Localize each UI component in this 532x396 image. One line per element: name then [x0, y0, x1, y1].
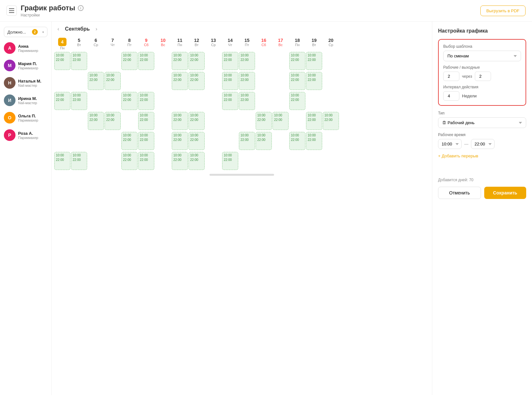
schedule-cell[interactable]: 10:0022:00: [239, 132, 255, 151]
schedule-cell[interactable]: 10:0022:00: [306, 132, 322, 151]
work-block[interactable]: 10:0022:00: [105, 112, 121, 130]
work-block[interactable]: 10:0022:00: [189, 112, 205, 130]
schedule-cell[interactable]: 10:0022:00: [121, 92, 138, 111]
schedule-cell[interactable]: 10:0022:00: [222, 152, 238, 171]
work-block[interactable]: 10:0022:00: [323, 112, 339, 130]
schedule-cell[interactable]: 10:0022:00: [289, 92, 305, 111]
schedule-cell[interactable]: 10:0022:00: [189, 52, 205, 71]
work-block[interactable]: 10:0022:00: [54, 152, 70, 170]
work-block[interactable]: 10:0022:00: [189, 152, 205, 170]
work-block[interactable]: 10:0022:00: [239, 132, 255, 150]
work-block[interactable]: 10:0022:00: [256, 132, 272, 150]
work-block[interactable]: 10:0022:00: [138, 52, 154, 70]
work-block[interactable]: 10:0022:00: [54, 52, 70, 70]
work-block[interactable]: 10:0022:00: [71, 92, 87, 110]
schedule-cell[interactable]: 10:0022:00: [54, 52, 70, 71]
work-block[interactable]: 10:0022:00: [121, 52, 138, 70]
work-block[interactable]: 10:0022:00: [172, 132, 188, 150]
cancel-button[interactable]: Отменить: [438, 187, 481, 199]
schedule-cell[interactable]: 10:0022:00: [138, 52, 154, 71]
info-icon[interactable]: i: [78, 5, 84, 11]
schedule-cell[interactable]: 10:0022:00: [105, 72, 121, 91]
schedule-cell[interactable]: 10:0022:00: [256, 112, 272, 131]
schedule-cell[interactable]: 10:0022:00: [54, 92, 70, 111]
time-to-select[interactable]: 22:00: [471, 139, 495, 149]
schedule-cell[interactable]: 10:0022:00: [256, 132, 272, 151]
schedule-cell[interactable]: 10:0022:00: [189, 152, 205, 171]
work-block[interactable]: 10:0022:00: [289, 132, 305, 150]
prev-month-button[interactable]: ‹: [56, 25, 61, 33]
schedule-cell[interactable]: 10:0022:00: [54, 152, 70, 171]
schedule-cell[interactable]: 10:0022:00: [306, 112, 322, 131]
schedule-cell[interactable]: 10:0022:00: [138, 92, 154, 111]
work-block[interactable]: 10:0022:00: [172, 72, 188, 90]
schedule-cell[interactable]: 10:0022:00: [172, 132, 188, 151]
work-block[interactable]: 10:0022:00: [121, 152, 138, 170]
schedule-cell[interactable]: 10:0022:00: [189, 112, 205, 131]
work-block[interactable]: 10:0022:00: [222, 52, 238, 70]
work-block[interactable]: 10:0022:00: [54, 92, 70, 110]
work-block[interactable]: 10:0022:00: [306, 112, 322, 130]
schedule-cell[interactable]: 10:0022:00: [172, 72, 188, 91]
next-month-button[interactable]: ›: [94, 25, 99, 33]
export-pdf-button[interactable]: Выгрузить в PDF: [480, 5, 526, 16]
schedule-cell[interactable]: 10:0022:00: [222, 52, 238, 71]
work-block[interactable]: 10:0022:00: [222, 92, 238, 110]
schedule-cell[interactable]: 10:0022:00: [289, 132, 305, 151]
work-block[interactable]: 10:0022:00: [172, 112, 188, 130]
work-block[interactable]: 10:0022:00: [121, 132, 138, 150]
schedule-cell[interactable]: 10:0022:00: [289, 52, 305, 71]
schedule-cell[interactable]: 10:0022:00: [239, 52, 255, 71]
work-block[interactable]: 10:0022:00: [289, 52, 305, 70]
schedule-cell[interactable]: 10:0022:00: [88, 72, 104, 91]
work-block[interactable]: 10:0022:00: [306, 132, 322, 150]
work-block[interactable]: 10:0022:00: [138, 152, 154, 170]
schedule-cell[interactable]: 10:0022:00: [172, 112, 188, 131]
work-block[interactable]: 10:0022:00: [239, 52, 255, 70]
schedule-cell[interactable]: 10:0022:00: [71, 52, 87, 71]
work-block[interactable]: 10:0022:00: [71, 152, 87, 170]
schedule-cell[interactable]: 10:0022:00: [306, 52, 322, 71]
work-block[interactable]: 10:0022:00: [239, 92, 255, 110]
schedule-cell[interactable]: 10:0022:00: [239, 72, 255, 91]
work-block[interactable]: 10:0022:00: [88, 72, 104, 90]
work-block[interactable]: 10:0022:00: [189, 72, 205, 90]
add-break-button[interactable]: + Добавить перерыв: [438, 153, 526, 158]
work-block[interactable]: 10:0022:00: [172, 52, 188, 70]
work-block[interactable]: 10:0022:00: [71, 52, 87, 70]
work-block[interactable]: 10:0022:00: [189, 52, 205, 70]
schedule-cell[interactable]: 10:0022:00: [88, 112, 104, 131]
schedule-cell[interactable]: 10:0022:00: [105, 112, 121, 131]
schedule-cell[interactable]: 10:0022:00: [138, 112, 154, 131]
scrollbar[interactable]: [210, 174, 274, 176]
time-from-select[interactable]: 10:00: [438, 139, 462, 149]
template-select[interactable]: По сменам: [443, 51, 521, 61]
schedule-cell[interactable]: 10:0022:00: [71, 152, 87, 171]
work-block[interactable]: 10:0022:00: [239, 72, 255, 90]
work-block[interactable]: 10:0022:00: [138, 112, 154, 130]
type-select[interactable]: 🗓 Рабочий день: [438, 117, 526, 128]
work-block[interactable]: 10:0022:00: [189, 132, 205, 150]
work-block[interactable]: 10:0022:00: [105, 72, 121, 90]
schedule-cell[interactable]: 10:0022:00: [138, 152, 154, 171]
work-block[interactable]: 10:0022:00: [88, 112, 104, 130]
save-button[interactable]: Сохранить: [484, 187, 527, 199]
schedule-cell[interactable]: 10:0022:00: [306, 72, 322, 91]
work-block[interactable]: 10:0022:00: [272, 112, 289, 130]
work-block[interactable]: 10:0022:00: [256, 112, 272, 130]
interval-input[interactable]: [443, 91, 459, 101]
days-off-input[interactable]: [475, 72, 491, 81]
schedule-cell[interactable]: 10:0022:00: [138, 132, 154, 151]
work-block[interactable]: 10:0022:00: [289, 92, 305, 110]
schedule-cell[interactable]: 10:0022:00: [272, 112, 289, 131]
work-block[interactable]: 10:0022:00: [138, 92, 154, 110]
schedule-cell[interactable]: 10:0022:00: [172, 52, 188, 71]
schedule-cell[interactable]: 10:0022:00: [189, 72, 205, 91]
schedule-cell[interactable]: 10:0022:00: [323, 112, 339, 131]
schedule-cell[interactable]: 10:0022:00: [121, 52, 138, 71]
schedule-cell[interactable]: 10:0022:00: [71, 92, 87, 111]
work-block[interactable]: 10:0022:00: [222, 72, 238, 90]
schedule-cell[interactable]: 10:0022:00: [121, 132, 138, 151]
schedule-cell[interactable]: 10:0022:00: [172, 152, 188, 171]
work-block[interactable]: 10:0022:00: [306, 52, 322, 70]
